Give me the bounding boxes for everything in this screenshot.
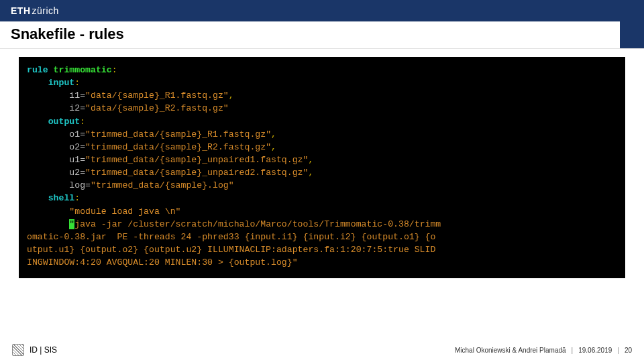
footer-page: 20 (625, 347, 632, 354)
rule-name: trimmomatic (54, 65, 112, 75)
code-block: rule trimmomatic: input: i1="data/{sampl… (19, 57, 625, 278)
seal-icon (12, 344, 24, 356)
var-o2: o2 (69, 142, 80, 152)
footer-sep-1: | (572, 347, 574, 354)
var-u2: u2 (69, 168, 80, 178)
footer: ID | SIS Michal Okoniewski & Andrei Plam… (0, 338, 644, 362)
eth-logo: ETHzürich (11, 5, 59, 16)
logo-suffix: zürich (32, 5, 59, 16)
val-log: "trimmed_data/{sample}.log" (91, 180, 234, 190)
footer-date: 19.06.2019 (578, 347, 612, 354)
slide-title: Snakefile - rules (11, 25, 633, 43)
kw-input: input (48, 78, 75, 88)
kw-output: output (48, 117, 80, 127)
var-i2: i2 (69, 103, 80, 113)
shell-line-5: INGWINDOW:4:20 AVGQUAL:20 MINLEN:30 > {o… (27, 257, 298, 267)
shell-line-3: omatic-0.38.jar PE -threads 24 -phred33 … (27, 232, 435, 242)
val-u1: "trimmed_data/{sample}_unpaired1.fastq.g… (85, 155, 308, 165)
val-i1: "data/{sample}_R1.fastq.gz" (85, 90, 229, 101)
val-o2: "trimmed_data/{sample}_R2.fastq.gz" (85, 142, 271, 152)
shell-line-1: "module load java \n" (69, 206, 180, 217)
var-o1: o1 (69, 129, 80, 139)
val-i2: "data/{sample}_R2.fastq.gz" (85, 103, 229, 113)
val-u2: "trimmed_data/{sample}_unpaired2.fastq.g… (85, 168, 308, 178)
kw-rule: rule (27, 65, 48, 75)
header-bar: ETHzürich (0, 0, 644, 21)
var-u1: u1 (69, 155, 80, 165)
footer-dept: ID | SIS (30, 345, 57, 355)
shell-line-4: utput.u1} {output.o2} {output.u2} ILLUMI… (27, 245, 435, 255)
footer-sep-2: | (617, 347, 619, 354)
footer-authors: Michal Okoniewski & Andrei Plamadă (455, 347, 566, 354)
var-log: log (69, 180, 85, 190)
var-i1: i1 (69, 90, 80, 101)
logo-name: ETH (11, 5, 31, 16)
shell-line-2: java -jar /cluster/scratch/michalo/Marco… (74, 219, 441, 229)
kw-shell: shell (48, 193, 75, 203)
title-strip: Snakefile - rules (0, 21, 644, 49)
val-o1: "trimmed_data/{sample}_R1.fastq.gz" (85, 129, 271, 139)
